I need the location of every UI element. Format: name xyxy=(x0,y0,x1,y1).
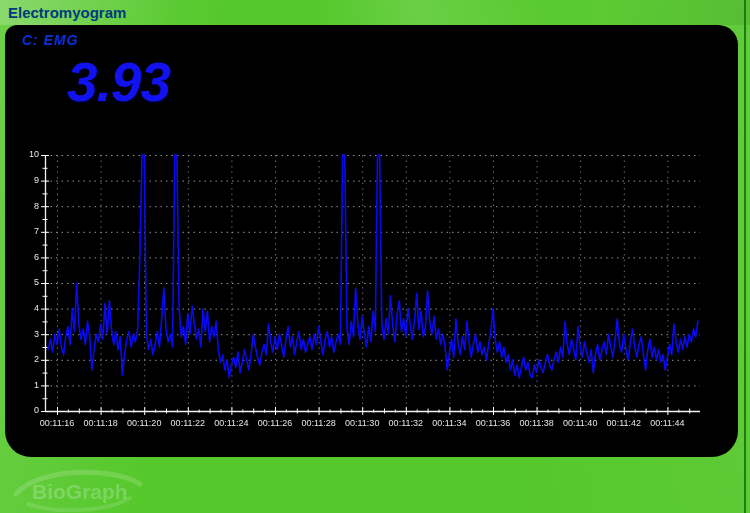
emg-value: 3.93 xyxy=(67,50,170,114)
page-title: Electromyogram xyxy=(8,4,126,21)
channel-label: C: EMG xyxy=(22,32,79,48)
biograph-logo: BioGraph xyxy=(10,464,150,512)
emg-panel: C: EMG 3.93 xyxy=(5,25,738,457)
title-bar: Electromyogram xyxy=(0,0,750,25)
logo-swoosh-icon: BioGraph xyxy=(10,464,150,512)
frame-edge-line xyxy=(744,0,746,513)
logo-text: BioGraph xyxy=(32,480,128,503)
